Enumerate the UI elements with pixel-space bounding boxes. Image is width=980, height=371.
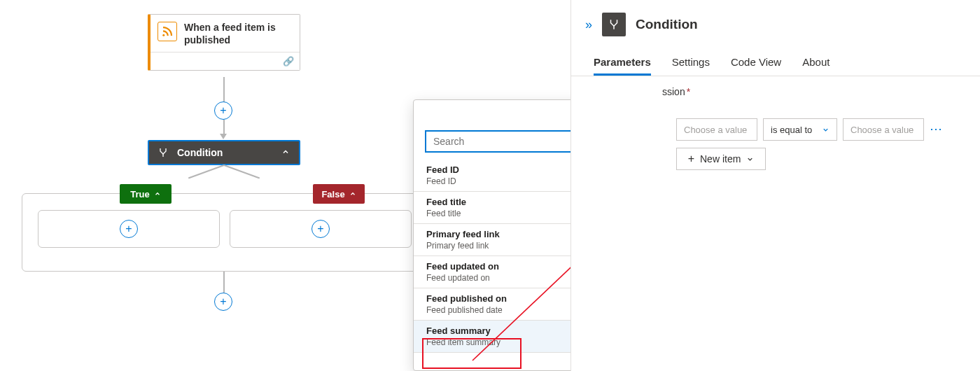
arrow-icon bbox=[220, 134, 227, 139]
right-value-input[interactable]: Choose a value bbox=[843, 118, 924, 141]
connector-line bbox=[223, 77, 225, 102]
add-step-button[interactable]: + bbox=[214, 102, 232, 120]
condition-card[interactable]: Condition bbox=[148, 140, 300, 165]
connector-line bbox=[188, 164, 224, 178]
collapse-panel-icon[interactable]: » bbox=[585, 18, 592, 32]
tab-parameters[interactable]: Parameters bbox=[594, 56, 651, 76]
chevron-down-icon bbox=[746, 155, 754, 163]
expression-label: ssion* bbox=[571, 76, 980, 97]
branch-container: True False + + bbox=[22, 193, 424, 272]
condition-icon bbox=[156, 146, 170, 160]
true-branch-slot: + bbox=[38, 210, 220, 248]
add-step-button[interactable]: + bbox=[214, 293, 232, 311]
new-item-button[interactable]: + New item bbox=[676, 148, 766, 170]
chevron-up-icon bbox=[349, 189, 356, 200]
left-value-input[interactable]: Choose a value bbox=[676, 118, 757, 141]
condition-icon bbox=[602, 13, 626, 36]
false-branch-slot: + bbox=[230, 210, 412, 248]
add-step-button[interactable]: + bbox=[120, 220, 138, 238]
svg-point-0 bbox=[162, 34, 164, 36]
chevron-up-icon bbox=[154, 189, 161, 200]
false-branch-badge[interactable]: False bbox=[313, 184, 365, 204]
tab-about[interactable]: About bbox=[802, 56, 830, 76]
add-step-button[interactable]: + bbox=[312, 220, 330, 238]
false-label: False bbox=[321, 189, 344, 200]
rss-icon bbox=[158, 22, 177, 41]
chevron-up-icon[interactable] bbox=[279, 146, 292, 159]
connector-line bbox=[223, 120, 225, 134]
trigger-card[interactable]: When a feed item is published 🔗 bbox=[148, 14, 300, 71]
connector-line bbox=[223, 272, 225, 293]
trigger-title: When a feed item is published bbox=[184, 22, 291, 46]
panel-title: Condition bbox=[636, 17, 698, 32]
condition-title: Condition bbox=[177, 147, 279, 158]
true-label: True bbox=[130, 189, 149, 200]
true-branch-badge[interactable]: True bbox=[120, 184, 172, 204]
tab-strip: Parameters Settings Code View About bbox=[571, 43, 980, 76]
connector-line bbox=[224, 164, 260, 178]
tab-code-view[interactable]: Code View bbox=[731, 56, 781, 76]
details-panel: » Condition Parameters Settings Code Vie… bbox=[570, 0, 980, 371]
condition-expression-row: Choose a value is equal to Choose a valu… bbox=[571, 97, 980, 141]
operator-select[interactable]: is equal to bbox=[763, 118, 837, 141]
tab-settings[interactable]: Settings bbox=[672, 56, 710, 76]
chevron-down-icon bbox=[822, 126, 830, 134]
link-icon[interactable]: 🔗 bbox=[283, 56, 294, 66]
more-options-icon[interactable]: ⋯ bbox=[930, 118, 944, 136]
annotation-box bbox=[422, 338, 522, 369]
